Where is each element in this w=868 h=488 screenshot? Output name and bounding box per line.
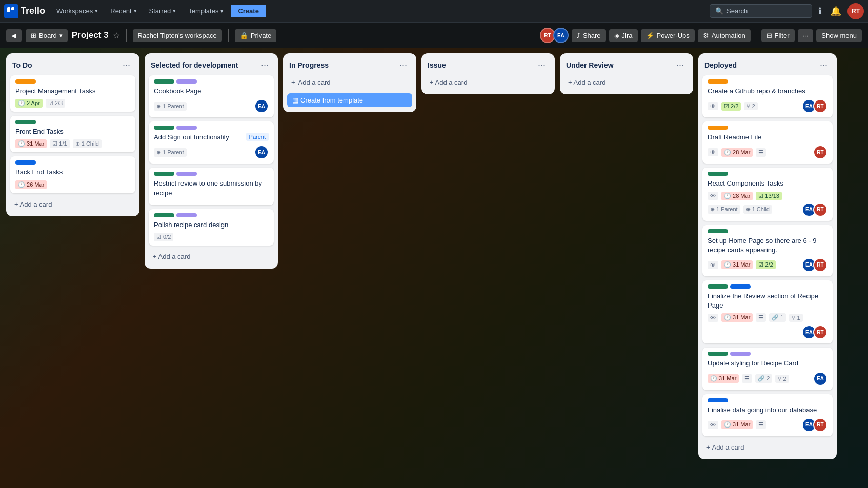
card-labels	[154, 213, 269, 217]
avatar-rt: RT	[813, 145, 827, 159]
share-button[interactable]: ⤴ Share	[572, 29, 606, 42]
column-header-inprogress: In Progress ···	[287, 58, 412, 71]
label-purple	[730, 352, 751, 356]
watch-badge: 👁	[708, 148, 718, 156]
card-title: Draft Readme File	[708, 133, 827, 142]
star-button[interactable]: ☆	[113, 31, 120, 40]
card-update-styling[interactable]: Update styling for Recipe Card 🕐 31 Mar …	[702, 348, 833, 390]
card-title: Set up Home Page so there are 6 - 9 reci…	[708, 236, 827, 255]
parent-badge: Parent	[246, 133, 269, 141]
card-backend[interactable]: Back End Tasks 🕐 26 Mar	[10, 156, 135, 193]
templates-button[interactable]: Templates ▾	[183, 5, 229, 17]
card-database[interactable]: Finalise data going into our database 👁 …	[702, 394, 833, 436]
card-homepage[interactable]: Set up Home Page so there are 6 - 9 reci…	[702, 225, 833, 276]
back-button[interactable]: ◀	[6, 29, 22, 42]
add-card-button-selected[interactable]: + Add a card	[149, 250, 274, 263]
label-blue	[708, 398, 728, 402]
recent-button[interactable]: Recent ▾	[105, 5, 142, 17]
card-review-section[interactable]: Finalize the Review section of Recipe Pa…	[702, 280, 833, 343]
column-menu-button-deployed[interactable]: ···	[817, 58, 831, 71]
card-labels	[708, 229, 827, 233]
automation-button[interactable]: ⚙ Automation	[698, 29, 751, 42]
card-labels	[15, 120, 130, 124]
card-title: Project Management Tasks	[15, 87, 130, 96]
add-card-button-deployed[interactable]: + Add a card	[702, 440, 833, 454]
card-avatars: RT	[816, 145, 827, 159]
notification-button[interactable]: 🔔	[828, 4, 843, 19]
card-meta: 🕐 26 Mar	[15, 180, 130, 189]
top-nav: Trello Workspaces ▾ Recent ▾ Starred ▾ T…	[0, 0, 868, 23]
column-header-deployed: Deployed ···	[702, 58, 833, 71]
add-card-button-todo[interactable]: + Add a card	[10, 197, 135, 211]
card-labels	[154, 79, 269, 84]
workspace-button[interactable]: Rachel Tipton's workspace	[133, 29, 222, 42]
checklist-badge: ☑ 2/2	[721, 102, 741, 111]
date-badge: 🕐 31 Mar	[15, 139, 47, 148]
date-badge: 🕐 28 Mar	[721, 192, 753, 200]
column-title-selected: Selected for development	[151, 61, 238, 69]
list-badge: ☰	[742, 374, 752, 383]
card-react-components[interactable]: React Components Tasks 👁 🕐 28 Mar ☑ 13/1…	[702, 168, 833, 220]
create-button[interactable]: Create	[231, 5, 266, 17]
date-badge: 🕐 2 Apr	[15, 99, 43, 108]
powerups-button[interactable]: ⚡ Power-Ups	[641, 29, 695, 42]
card-title: Cookbook Page	[154, 87, 269, 96]
date-badge: 🕐 31 Mar	[721, 313, 753, 322]
info-button[interactable]: ℹ	[816, 4, 824, 19]
show-menu-button[interactable]: Show menu	[816, 29, 862, 42]
label-purple	[176, 79, 197, 84]
card-readme[interactable]: Draft Readme File 👁 🕐 28 Mar ☰ RT	[702, 121, 833, 164]
card-restrict-review[interactable]: Restrict review to one submission by rec…	[149, 168, 274, 205]
column-menu-button-inprogress[interactable]: ···	[396, 58, 410, 71]
more-button[interactable]: ···	[798, 29, 814, 42]
watch-badge: 👁	[708, 102, 718, 110]
card-labels	[708, 284, 827, 289]
card-title: Add Sign out functionality	[154, 133, 229, 142]
parent-badge: ⊕ 1 Parent	[708, 205, 740, 214]
lock-icon: 🔒	[240, 32, 248, 39]
board-view-button[interactable]: ⊞ Board ▾	[26, 29, 68, 42]
column-title-inprogress: In Progress	[289, 61, 329, 69]
card-meta: 🕐 31 Mar ☑ 1/1 ⊕ 1 Child	[15, 139, 130, 148]
chevron-down-icon: ▾	[173, 8, 176, 14]
user-avatar[interactable]: RT	[847, 3, 864, 19]
jira-button[interactable]: ◈ Jira	[609, 29, 638, 42]
date-badge: 🕐 26 Mar	[15, 180, 47, 189]
label-green	[708, 352, 728, 356]
separator	[228, 29, 229, 42]
column-menu-button-todo[interactable]: ···	[119, 58, 133, 71]
svg-rect-1	[11, 7, 14, 10]
card-title: Create a Github repo & branches	[708, 87, 827, 96]
git-badge: ⑂ 2	[775, 375, 789, 383]
add-card-button-inprogress[interactable]: + Add a card	[287, 75, 412, 89]
label-purple	[176, 213, 197, 217]
column-header-selected: Selected for development ···	[149, 58, 274, 71]
card-labels	[15, 79, 130, 84]
card-labels	[15, 160, 130, 165]
card-signout[interactable]: Add Sign out functionality Parent ⊕ 1 Pa…	[149, 121, 274, 164]
card-cookbook[interactable]: Cookbook Page ⊕ 1 Parent EA	[149, 75, 274, 117]
privacy-button[interactable]: 🔒 Private	[235, 29, 276, 42]
card-polish-recipe[interactable]: Polish recipe card design ☑ 0/2	[149, 209, 274, 246]
card-labels	[708, 352, 827, 356]
card-meta: 👁 🕐 31 Mar ☰ EA RT	[708, 418, 827, 432]
starred-button[interactable]: Starred ▾	[144, 5, 181, 17]
card-meta: 👁 🕐 28 Mar ☰ RT	[708, 145, 827, 159]
add-card-button-issue[interactable]: + Add a card	[426, 75, 551, 89]
card-github-repo[interactable]: Create a Github repo & branches 👁 ☑ 2/2 …	[702, 75, 833, 117]
date-badge: 🕐 31 Mar	[708, 374, 739, 383]
column-menu-button-issue[interactable]: ···	[535, 58, 549, 71]
checklist-badge: ☑ 2/2	[756, 260, 775, 269]
board-avatar-ea[interactable]: EA	[553, 28, 569, 43]
card-frontend[interactable]: Front End Tasks 🕐 31 Mar ☑ 1/1 ⊕ 1 Child	[10, 116, 135, 152]
filter-button[interactable]: ⊟ Filter	[761, 29, 795, 42]
jira-icon: ◈	[614, 32, 619, 39]
column-menu-button-selected[interactable]: ···	[258, 58, 272, 71]
create-card-button-inprogress[interactable]: ▦ Create from template	[287, 93, 412, 107]
card-project-management[interactable]: Project Management Tasks 🕐 2 Apr ☑ 2/3	[10, 75, 135, 112]
workspaces-button[interactable]: Workspaces ▾	[51, 5, 103, 17]
search-box[interactable]: 🔍 Search	[710, 4, 812, 18]
column-menu-button-underreview[interactable]: ···	[673, 58, 687, 71]
add-card-button-underreview[interactable]: + Add a card	[564, 75, 689, 89]
column-inprogress: In Progress ··· + Add a card ▦ Create fr…	[283, 53, 416, 112]
